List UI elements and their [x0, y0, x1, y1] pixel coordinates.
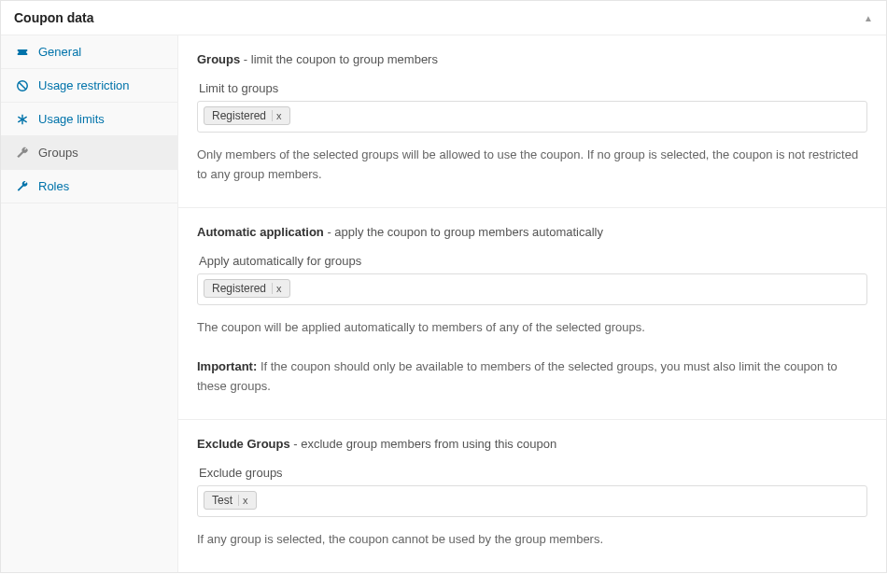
sidebar-item-roles[interactable]: Roles [1, 170, 177, 203]
sidebar-item-general[interactable]: General [1, 35, 177, 69]
remove-tag-button[interactable]: x [272, 110, 286, 121]
panel-body: General Usage restriction Usage limits [1, 35, 886, 572]
group-tag-registered: Registered x [204, 106, 290, 125]
ban-icon [14, 79, 31, 92]
collapse-toggle[interactable]: ▲ [864, 13, 873, 23]
tag-label: Test [212, 494, 232, 507]
sidebar-item-label: Usage restriction [38, 78, 130, 92]
section-title: Groups - limit the coupon to group membe… [197, 52, 867, 66]
panel-title: Coupon data [14, 10, 94, 25]
sidebar-item-groups[interactable]: Groups [1, 136, 177, 170]
coupon-data-panel: Coupon data ▲ General Usage restriction [0, 0, 887, 573]
group-tag-test: Test x [204, 491, 257, 510]
sidebar-item-label: Roles [38, 179, 69, 193]
asterisk-icon [14, 113, 31, 126]
sidebar-item-label: General [38, 45, 81, 59]
auto-help-text: The coupon will be applied automatically… [197, 318, 867, 338]
wrench-icon [14, 180, 31, 193]
sidebar-item-label: Groups [38, 146, 78, 160]
remove-tag-button[interactable]: x [238, 495, 252, 506]
exclude-help-text: If any group is selected, the coupon can… [197, 530, 867, 550]
auto-groups-label: Apply automatically for groups [197, 254, 867, 268]
auto-important-text: Important: If the coupon should only be … [197, 357, 867, 397]
remove-tag-button[interactable]: x [272, 283, 286, 294]
section-title: Exclude Groups - exclude group members f… [197, 437, 867, 451]
tag-label: Registered [212, 109, 266, 122]
wrench-icon [14, 147, 31, 160]
section-auto-application: Automatic application - apply the coupon… [178, 208, 886, 420]
exclude-groups-input[interactable]: Test x [197, 485, 867, 517]
limit-help-text: Only members of the selected groups will… [197, 146, 867, 185]
section-limit-groups: Groups - limit the coupon to group membe… [178, 35, 886, 208]
group-tag-registered: Registered x [204, 279, 290, 298]
limit-groups-input[interactable]: Registered x [197, 101, 867, 133]
tag-label: Registered [212, 282, 266, 295]
sidebar-item-usage-limits[interactable]: Usage limits [1, 103, 177, 136]
auto-groups-input[interactable]: Registered x [197, 273, 867, 305]
sidebar-item-label: Usage limits [38, 112, 105, 126]
limit-groups-label: Limit to groups [197, 81, 867, 95]
content-area: Groups - limit the coupon to group membe… [178, 35, 886, 572]
panel-header: Coupon data ▲ [1, 1, 886, 35]
sidebar-item-usage-restriction[interactable]: Usage restriction [1, 69, 177, 103]
section-exclude-groups: Exclude Groups - exclude group members f… [178, 420, 886, 572]
section-title: Automatic application - apply the coupon… [197, 225, 867, 239]
sidebar: General Usage restriction Usage limits [1, 35, 178, 572]
exclude-groups-label: Exclude groups [197, 466, 867, 480]
svg-line-1 [19, 81, 26, 89]
ticket-icon [14, 46, 31, 59]
